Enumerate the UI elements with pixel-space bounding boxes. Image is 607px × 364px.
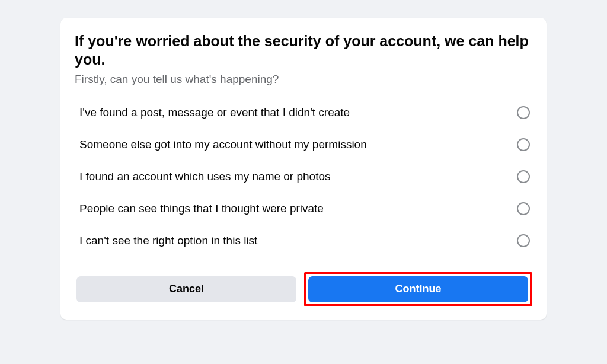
- radio-icon: [517, 202, 530, 215]
- cancel-button-wrap: Cancel: [75, 272, 298, 306]
- security-help-dialog: If you're worried about the security of …: [60, 18, 547, 320]
- option-other[interactable]: I can't see the right option in this lis…: [75, 225, 532, 257]
- option-label: I found an account which uses my name or…: [79, 170, 331, 183]
- option-label: I've found a post, message or event that…: [79, 106, 350, 119]
- option-label: People can see things that I thought wer…: [79, 202, 324, 215]
- dialog-title: If you're worried about the security of …: [75, 32, 532, 69]
- option-found-post[interactable]: I've found a post, message or event that…: [75, 97, 532, 129]
- radio-icon: [517, 170, 530, 183]
- option-label: Someone else got into my account without…: [79, 138, 367, 151]
- cancel-button[interactable]: Cancel: [76, 276, 296, 302]
- radio-icon: [517, 138, 530, 151]
- option-someone-else-access[interactable]: Someone else got into my account without…: [75, 129, 532, 161]
- dialog-buttons: Cancel Continue: [75, 272, 532, 306]
- radio-icon: [517, 106, 530, 119]
- continue-button-highlight: Continue: [304, 272, 532, 306]
- radio-icon: [517, 234, 530, 247]
- option-impersonation[interactable]: I found an account which uses my name or…: [75, 161, 532, 193]
- dialog-subtitle: Firstly, can you tell us what's happenin…: [75, 73, 532, 86]
- continue-button[interactable]: Continue: [308, 276, 528, 302]
- options-list: I've found a post, message or event that…: [75, 97, 532, 257]
- option-label: I can't see the right option in this lis…: [79, 234, 257, 247]
- option-privacy-leak[interactable]: People can see things that I thought wer…: [75, 193, 532, 225]
